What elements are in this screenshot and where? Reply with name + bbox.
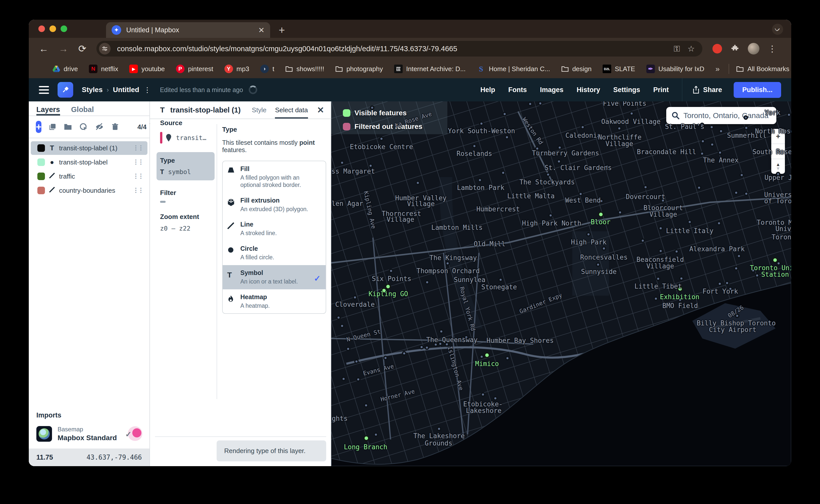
filtered-feature-dot[interactable] — [479, 354, 484, 359]
filtered-feature-dot[interactable] — [737, 254, 741, 258]
minimize-window-button[interactable] — [49, 25, 56, 32]
filtered-feature-dot[interactable] — [354, 359, 359, 364]
filtered-feature-dot[interactable] — [656, 276, 661, 281]
passwords-key-icon[interactable]: ⚿ — [674, 44, 680, 53]
breadcrumb-style-name[interactable]: Untitled — [113, 86, 139, 94]
filtered-feature-dot[interactable] — [481, 392, 485, 397]
filtered-feature-dot[interactable] — [718, 282, 722, 286]
layer-row-traffic[interactable]: traffic ⋮⋮ — [31, 170, 147, 183]
menu-help[interactable]: Help — [480, 86, 495, 94]
filtered-feature-dot[interactable] — [618, 210, 622, 215]
filtered-feature-dot[interactable] — [478, 178, 482, 182]
filtered-feature-dot[interactable] — [493, 396, 498, 401]
source-chip[interactable]: transit… — [160, 132, 217, 144]
filtered-feature-dot[interactable] — [674, 249, 679, 254]
delete-layer-trash-icon[interactable] — [111, 123, 119, 131]
hamburger-menu-icon[interactable] — [39, 84, 49, 96]
bookmark-star-icon[interactable]: ☆ — [688, 44, 695, 53]
tab-global[interactable]: Global — [71, 105, 94, 116]
filtered-feature-dot[interactable] — [425, 280, 429, 285]
bookmark-netflix[interactable]: N netflix — [89, 65, 118, 73]
forward-icon[interactable]: → — [59, 43, 68, 54]
filtered-feature-dot[interactable] — [697, 185, 701, 190]
menu-images[interactable]: Images — [540, 86, 563, 94]
filtered-feature-dot[interactable] — [370, 105, 374, 110]
bookmark-folder-shows[interactable]: shows!!!!! — [285, 65, 324, 73]
menu-print[interactable]: Print — [653, 86, 669, 94]
filtered-feature-dot[interactable] — [374, 432, 378, 437]
filtered-feature-dot[interactable] — [630, 111, 634, 116]
visible-feature-dot[interactable] — [772, 257, 778, 263]
search-input[interactable] — [684, 111, 769, 120]
filtered-feature-dot[interactable] — [643, 185, 648, 189]
tab-search-chevron-icon[interactable]: ᨆ — [772, 24, 783, 35]
filtered-feature-dot[interactable] — [740, 173, 744, 177]
filtered-feature-dot[interactable] — [356, 377, 361, 382]
filtered-feature-dot[interactable] — [578, 192, 583, 196]
filtered-feature-dot[interactable] — [340, 324, 344, 328]
bookmark-internet-archive[interactable]: Internet Archive: D... — [394, 65, 466, 73]
filtered-feature-dot[interactable] — [501, 171, 505, 175]
breadcrumb-styles[interactable]: Styles — [82, 86, 103, 94]
adblock-extension-icon[interactable] — [713, 44, 722, 53]
filtered-feature-dot[interactable] — [586, 232, 591, 237]
reload-icon[interactable]: ⟳ — [78, 43, 86, 54]
filtered-feature-dot[interactable] — [364, 403, 368, 408]
browser-tab[interactable]: ✦ Untitled | Mapbox ✕ — [106, 22, 270, 38]
filtered-feature-dot[interactable] — [502, 112, 507, 116]
macos-traffic-lights[interactable] — [38, 25, 67, 32]
filtered-feature-dot[interactable] — [601, 246, 606, 251]
filtered-feature-dot[interactable] — [389, 269, 393, 273]
hide-layer-eye-off-icon[interactable] — [95, 123, 104, 131]
filtered-feature-dot[interactable] — [718, 150, 722, 155]
site-settings-icon[interactable] — [99, 43, 110, 54]
filtered-feature-dot[interactable] — [755, 273, 759, 278]
address-bar[interactable]: console.mapbox.com/studio/styles/monatgn… — [96, 41, 702, 57]
filtered-feature-dot[interactable] — [546, 172, 550, 177]
filtered-feature-dot[interactable] — [688, 220, 692, 224]
drag-handle[interactable]: ⋮⋮ — [133, 158, 143, 165]
type-option-circle[interactable]: Circle A filled circle. — [223, 241, 326, 265]
filtered-feature-dot[interactable] — [479, 121, 484, 126]
layer-row-transit-stop-label-1[interactable]: T transit-stop-label (1) ⋮⋮ — [31, 141, 147, 155]
filtered-feature-dot[interactable] — [641, 238, 645, 243]
tab-layers[interactable]: Layers — [36, 105, 60, 116]
filtered-feature-dot[interactable] — [744, 191, 749, 196]
filtered-feature-dot[interactable] — [336, 315, 341, 320]
menu-history[interactable]: History — [576, 86, 600, 94]
filtered-feature-dot[interactable] — [445, 261, 450, 266]
filtered-feature-dot[interactable] — [505, 356, 510, 360]
visible-feature-dot[interactable] — [598, 212, 603, 217]
back-icon[interactable]: ← — [39, 43, 48, 54]
filtered-feature-dot[interactable] — [557, 159, 561, 164]
share-button[interactable]: Share — [693, 86, 722, 94]
bookmark-folder-design[interactable]: design — [561, 65, 592, 73]
filtered-feature-dot[interactable] — [353, 295, 357, 300]
extensions-puzzle-icon[interactable] — [731, 44, 739, 53]
close-panel-icon[interactable]: ✕ — [317, 105, 324, 115]
map-canvas[interactable]: Visible features Filtered out features +… — [331, 101, 791, 466]
browser-menu-icon[interactable]: ⋮ — [768, 44, 777, 54]
type-option-heatmap[interactable]: Heatmap A heatmap. — [223, 289, 326, 314]
filtered-feature-dot[interactable] — [580, 125, 585, 129]
filtered-feature-dot[interactable] — [498, 277, 503, 282]
filtered-feature-dot[interactable] — [548, 213, 553, 218]
filtered-feature-dot[interactable] — [383, 356, 388, 360]
filtered-feature-dot[interactable] — [379, 136, 384, 141]
visible-feature-dot[interactable] — [364, 435, 369, 441]
geocoder-search[interactable] — [666, 107, 776, 124]
drag-handle[interactable]: ⋮⋮ — [133, 144, 143, 151]
filtered-feature-dot[interactable] — [505, 135, 509, 139]
tab-close-icon[interactable]: ✕ — [258, 26, 265, 35]
type-selector-selected[interactable]: Type T symbol — [156, 152, 215, 180]
bookmark-usability[interactable]: ✒ Usability for IxD — [646, 65, 704, 73]
publish-button[interactable]: Publish... — [734, 82, 781, 98]
menu-fonts[interactable]: Fonts — [508, 86, 527, 94]
filtered-feature-dot[interactable] — [654, 296, 658, 301]
filtered-feature-dot[interactable] — [719, 129, 723, 133]
filtered-feature-dot[interactable] — [710, 125, 714, 129]
bookmark-sheridan[interactable]: S Home | Sheridan C... — [477, 65, 550, 73]
visible-feature-dot[interactable] — [484, 352, 490, 358]
filtered-feature-dot[interactable] — [341, 377, 346, 381]
duplicate-layer-icon[interactable] — [48, 123, 57, 131]
